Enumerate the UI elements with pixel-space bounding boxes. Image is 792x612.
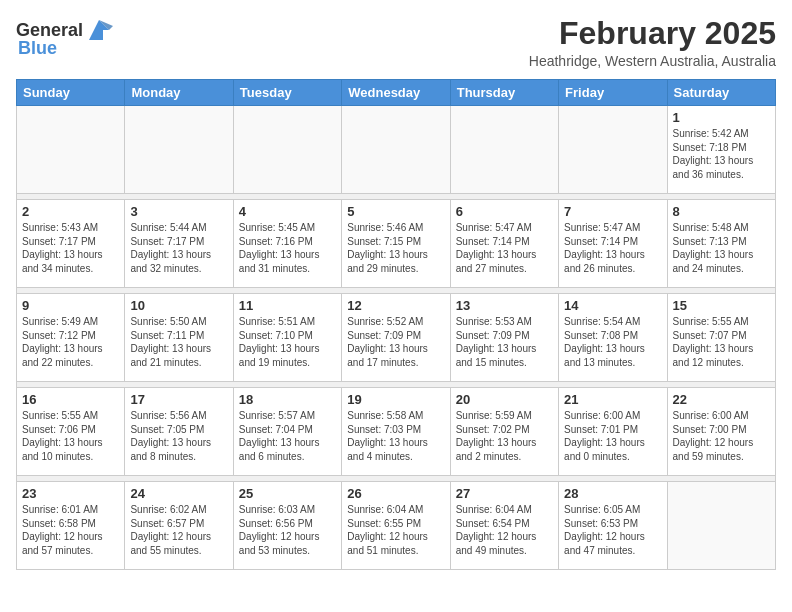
day-info: Sunrise: 6:04 AMSunset: 6:54 PMDaylight:… <box>456 503 553 557</box>
logo: General Blue <box>16 16 113 59</box>
day-info: Sunrise: 5:47 AMSunset: 7:14 PMDaylight:… <box>456 221 553 275</box>
day-info: Sunrise: 5:46 AMSunset: 7:15 PMDaylight:… <box>347 221 444 275</box>
day-info: Sunrise: 6:01 AMSunset: 6:58 PMDaylight:… <box>22 503 119 557</box>
calendar-day-cell: 25Sunrise: 6:03 AMSunset: 6:56 PMDayligh… <box>233 482 341 570</box>
weekday-header-tuesday: Tuesday <box>233 80 341 106</box>
calendar-day-cell: 8Sunrise: 5:48 AMSunset: 7:13 PMDaylight… <box>667 200 775 288</box>
calendar-day-cell <box>125 106 233 194</box>
day-info: Sunrise: 5:44 AMSunset: 7:17 PMDaylight:… <box>130 221 227 275</box>
day-number: 4 <box>239 204 336 219</box>
day-number: 15 <box>673 298 770 313</box>
logo-icon <box>85 16 113 44</box>
day-number: 28 <box>564 486 661 501</box>
calendar-day-cell <box>667 482 775 570</box>
day-number: 5 <box>347 204 444 219</box>
weekday-header-monday: Monday <box>125 80 233 106</box>
day-info: Sunrise: 5:55 AMSunset: 7:07 PMDaylight:… <box>673 315 770 369</box>
day-number: 13 <box>456 298 553 313</box>
weekday-header-friday: Friday <box>559 80 667 106</box>
logo-blue: Blue <box>18 38 57 59</box>
day-info: Sunrise: 6:04 AMSunset: 6:55 PMDaylight:… <box>347 503 444 557</box>
calendar-day-cell <box>233 106 341 194</box>
day-info: Sunrise: 6:05 AMSunset: 6:53 PMDaylight:… <box>564 503 661 557</box>
day-number: 21 <box>564 392 661 407</box>
day-info: Sunrise: 6:02 AMSunset: 6:57 PMDaylight:… <box>130 503 227 557</box>
weekday-header-sunday: Sunday <box>17 80 125 106</box>
day-number: 22 <box>673 392 770 407</box>
calendar-week-1: 1Sunrise: 5:42 AMSunset: 7:18 PMDaylight… <box>17 106 776 194</box>
calendar-day-cell: 18Sunrise: 5:57 AMSunset: 7:04 PMDayligh… <box>233 388 341 476</box>
weekday-header-saturday: Saturday <box>667 80 775 106</box>
day-info: Sunrise: 5:51 AMSunset: 7:10 PMDaylight:… <box>239 315 336 369</box>
day-number: 10 <box>130 298 227 313</box>
calendar-day-cell: 21Sunrise: 6:00 AMSunset: 7:01 PMDayligh… <box>559 388 667 476</box>
day-number: 18 <box>239 392 336 407</box>
month-title: February 2025 <box>529 16 776 51</box>
day-info: Sunrise: 5:47 AMSunset: 7:14 PMDaylight:… <box>564 221 661 275</box>
calendar-week-3: 9Sunrise: 5:49 AMSunset: 7:12 PMDaylight… <box>17 294 776 382</box>
day-info: Sunrise: 5:50 AMSunset: 7:11 PMDaylight:… <box>130 315 227 369</box>
weekday-header-wednesday: Wednesday <box>342 80 450 106</box>
calendar-body: 1Sunrise: 5:42 AMSunset: 7:18 PMDaylight… <box>17 106 776 570</box>
title-area: February 2025 Heathridge, Western Austra… <box>529 16 776 69</box>
day-number: 2 <box>22 204 119 219</box>
calendar-day-cell: 2Sunrise: 5:43 AMSunset: 7:17 PMDaylight… <box>17 200 125 288</box>
calendar-day-cell: 19Sunrise: 5:58 AMSunset: 7:03 PMDayligh… <box>342 388 450 476</box>
calendar-day-cell: 14Sunrise: 5:54 AMSunset: 7:08 PMDayligh… <box>559 294 667 382</box>
page-header: General Blue February 2025 Heathridge, W… <box>16 16 776 69</box>
day-info: Sunrise: 5:43 AMSunset: 7:17 PMDaylight:… <box>22 221 119 275</box>
calendar-day-cell: 11Sunrise: 5:51 AMSunset: 7:10 PMDayligh… <box>233 294 341 382</box>
calendar-day-cell <box>559 106 667 194</box>
calendar-day-cell: 20Sunrise: 5:59 AMSunset: 7:02 PMDayligh… <box>450 388 558 476</box>
day-info: Sunrise: 5:49 AMSunset: 7:12 PMDaylight:… <box>22 315 119 369</box>
day-info: Sunrise: 5:56 AMSunset: 7:05 PMDaylight:… <box>130 409 227 463</box>
day-number: 7 <box>564 204 661 219</box>
day-number: 8 <box>673 204 770 219</box>
day-number: 12 <box>347 298 444 313</box>
calendar-week-2: 2Sunrise: 5:43 AMSunset: 7:17 PMDaylight… <box>17 200 776 288</box>
day-info: Sunrise: 5:45 AMSunset: 7:16 PMDaylight:… <box>239 221 336 275</box>
calendar-day-cell: 23Sunrise: 6:01 AMSunset: 6:58 PMDayligh… <box>17 482 125 570</box>
calendar-day-cell <box>17 106 125 194</box>
calendar-day-cell: 3Sunrise: 5:44 AMSunset: 7:17 PMDaylight… <box>125 200 233 288</box>
calendar-table: SundayMondayTuesdayWednesdayThursdayFrid… <box>16 79 776 570</box>
day-info: Sunrise: 6:03 AMSunset: 6:56 PMDaylight:… <box>239 503 336 557</box>
calendar-day-cell: 9Sunrise: 5:49 AMSunset: 7:12 PMDaylight… <box>17 294 125 382</box>
calendar-day-cell: 15Sunrise: 5:55 AMSunset: 7:07 PMDayligh… <box>667 294 775 382</box>
day-info: Sunrise: 6:00 AMSunset: 7:00 PMDaylight:… <box>673 409 770 463</box>
day-number: 17 <box>130 392 227 407</box>
day-info: Sunrise: 5:54 AMSunset: 7:08 PMDaylight:… <box>564 315 661 369</box>
calendar-day-cell: 24Sunrise: 6:02 AMSunset: 6:57 PMDayligh… <box>125 482 233 570</box>
day-info: Sunrise: 5:53 AMSunset: 7:09 PMDaylight:… <box>456 315 553 369</box>
day-info: Sunrise: 5:57 AMSunset: 7:04 PMDaylight:… <box>239 409 336 463</box>
calendar-day-cell: 28Sunrise: 6:05 AMSunset: 6:53 PMDayligh… <box>559 482 667 570</box>
day-number: 14 <box>564 298 661 313</box>
calendar-week-4: 16Sunrise: 5:55 AMSunset: 7:06 PMDayligh… <box>17 388 776 476</box>
day-number: 3 <box>130 204 227 219</box>
day-info: Sunrise: 5:59 AMSunset: 7:02 PMDaylight:… <box>456 409 553 463</box>
day-number: 24 <box>130 486 227 501</box>
day-info: Sunrise: 6:00 AMSunset: 7:01 PMDaylight:… <box>564 409 661 463</box>
day-number: 20 <box>456 392 553 407</box>
calendar-day-cell: 10Sunrise: 5:50 AMSunset: 7:11 PMDayligh… <box>125 294 233 382</box>
day-number: 6 <box>456 204 553 219</box>
calendar-week-5: 23Sunrise: 6:01 AMSunset: 6:58 PMDayligh… <box>17 482 776 570</box>
calendar-day-cell <box>450 106 558 194</box>
day-info: Sunrise: 5:55 AMSunset: 7:06 PMDaylight:… <box>22 409 119 463</box>
day-number: 1 <box>673 110 770 125</box>
calendar-day-cell: 7Sunrise: 5:47 AMSunset: 7:14 PMDaylight… <box>559 200 667 288</box>
calendar-day-cell: 13Sunrise: 5:53 AMSunset: 7:09 PMDayligh… <box>450 294 558 382</box>
day-info: Sunrise: 5:52 AMSunset: 7:09 PMDaylight:… <box>347 315 444 369</box>
calendar-day-cell: 17Sunrise: 5:56 AMSunset: 7:05 PMDayligh… <box>125 388 233 476</box>
calendar-day-cell: 4Sunrise: 5:45 AMSunset: 7:16 PMDaylight… <box>233 200 341 288</box>
day-number: 9 <box>22 298 119 313</box>
day-number: 16 <box>22 392 119 407</box>
calendar-day-cell <box>342 106 450 194</box>
day-number: 25 <box>239 486 336 501</box>
calendar-day-cell: 22Sunrise: 6:00 AMSunset: 7:00 PMDayligh… <box>667 388 775 476</box>
day-number: 26 <box>347 486 444 501</box>
day-info: Sunrise: 5:58 AMSunset: 7:03 PMDaylight:… <box>347 409 444 463</box>
calendar-day-cell: 1Sunrise: 5:42 AMSunset: 7:18 PMDaylight… <box>667 106 775 194</box>
calendar-header-row: SundayMondayTuesdayWednesdayThursdayFrid… <box>17 80 776 106</box>
day-info: Sunrise: 5:48 AMSunset: 7:13 PMDaylight:… <box>673 221 770 275</box>
